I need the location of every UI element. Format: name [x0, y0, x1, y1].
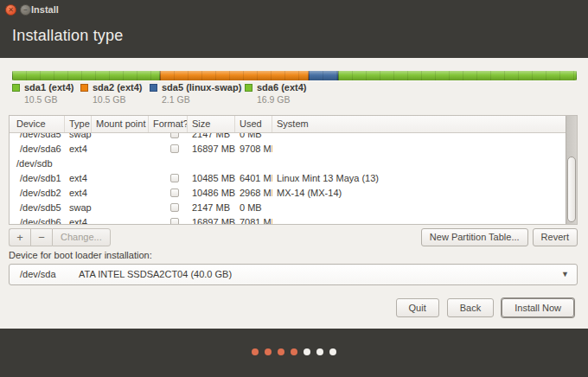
legend-swatch-icon	[80, 84, 88, 92]
legend-item-sda1: sda1 (ext4) 10.5 GB	[12, 82, 74, 105]
partition-segment-sda5[interactable]	[309, 71, 338, 80]
cell-type: ext4	[65, 142, 92, 157]
cell-device: /dev/sdb	[10, 157, 65, 171]
back-button[interactable]: Back	[447, 298, 494, 317]
table-row[interactable]: /dev/sda5 swap 2147 MB 0 MB	[10, 133, 566, 142]
progress-dot	[316, 348, 323, 355]
cell-device: /dev/sdb6	[10, 215, 65, 224]
cell-size: 10486 MB	[188, 186, 235, 201]
cell-mount	[92, 142, 149, 157]
progress-dot	[265, 348, 272, 355]
table-actions: New Partition Table... Revert	[421, 228, 578, 246]
close-icon[interactable]: ✕	[5, 4, 16, 16]
legend-item-sda6: sda6 (ext4) 16.9 GB	[245, 82, 306, 105]
partition-bar	[12, 71, 577, 80]
column-header-device[interactable]: Device	[10, 116, 65, 132]
cell-device: /dev/sdb2	[10, 186, 65, 201]
cell-mount	[92, 133, 149, 142]
cell-type: ext4	[65, 186, 92, 201]
format-checkbox[interactable]	[170, 144, 179, 153]
cell-system	[272, 142, 566, 157]
format-checkbox[interactable]	[170, 174, 179, 182]
table-body: /dev/sda5 swap 2147 MB 0 MB /dev/sda6 ex…	[10, 133, 566, 224]
install-now-button[interactable]: Install Now	[502, 298, 574, 317]
partition-segment-sda2[interactable]	[160, 71, 308, 80]
progress-dot	[329, 348, 336, 355]
progress-dot	[291, 348, 297, 355]
cell-type: ext4	[65, 171, 92, 186]
cell-used: 0 MB	[235, 133, 272, 142]
cell-mount	[92, 215, 149, 224]
cell-used: 6401 MB	[235, 171, 272, 186]
titlebar: ✕ − Install	[0, 0, 588, 21]
cell-device: /dev/sdb5	[10, 201, 65, 215]
cell-size: 10485 MB	[188, 171, 235, 186]
footer	[0, 329, 588, 377]
page-title: Installation type	[12, 27, 123, 45]
column-header-mount-point[interactable]: Mount point	[92, 116, 149, 132]
bootloader-label: Device for boot loader installation:	[9, 250, 152, 260]
column-header-size[interactable]: Size	[188, 116, 235, 132]
partition-edit-buttons: + − Change...	[9, 228, 111, 246]
cell-used: 7081 MB	[235, 215, 272, 224]
column-header-used[interactable]: Used	[235, 116, 272, 132]
partition-table: Device Type Mount point Format? Size Use…	[9, 115, 578, 225]
format-checkbox[interactable]	[170, 203, 179, 212]
cell-size: 2147 MB	[188, 201, 235, 215]
cell-mount	[92, 186, 149, 201]
cell-device: /dev/sda5	[10, 133, 65, 142]
legend-item-sda2: sda2 (ext4) 10.5 GB	[80, 82, 142, 105]
legend-swatch-icon	[245, 84, 252, 92]
chevron-down-icon: ▼	[561, 270, 569, 278]
table-row[interactable]: /dev/sdb6 ext4 16897 MB 7081 MB	[10, 215, 566, 224]
table-row[interactable]: /dev/sdb	[10, 157, 566, 171]
progress-dot	[252, 348, 259, 355]
column-header-system[interactable]: System	[272, 116, 577, 132]
cell-system	[272, 133, 566, 142]
legend-label: sda2 (ext4)	[93, 82, 142, 93]
table-row[interactable]: /dev/sda6 ext4 16897 MB 9708 MB	[10, 142, 566, 157]
table-header: Device Type Mount point Format? Size Use…	[10, 116, 577, 133]
partition-segment-sda1[interactable]	[12, 71, 160, 80]
cell-size: 16897 MB	[188, 215, 235, 224]
format-checkbox[interactable]	[170, 188, 179, 197]
cell-system: Linux Mint 13 Maya (13)	[272, 171, 566, 186]
cell-used: 9708 MB	[235, 142, 272, 157]
column-header-type[interactable]: Type	[65, 116, 92, 132]
table-row[interactable]: /dev/sdb5 swap 2147 MB 0 MB	[10, 201, 566, 215]
minimize-icon[interactable]: −	[20, 4, 31, 16]
remove-partition-button[interactable]: −	[30, 228, 52, 246]
legend-size: 16.9 GB	[257, 94, 306, 105]
cell-type: ext4	[65, 215, 92, 224]
cell-device: /dev/sdb1	[10, 171, 65, 186]
cell-mount	[92, 201, 149, 215]
new-partition-table-button[interactable]: New Partition Table...	[421, 228, 528, 246]
table-row[interactable]: /dev/sdb1 ext4 10485 MB 6401 MB Linux Mi…	[10, 171, 566, 186]
cell-device: /dev/sda6	[10, 142, 65, 157]
legend-swatch-icon	[150, 84, 157, 92]
cell-type: swap	[65, 201, 92, 215]
cell-system	[272, 201, 566, 215]
change-partition-button[interactable]: Change...	[52, 228, 111, 246]
table-row[interactable]: /dev/sdb2 ext4 10486 MB 2968 MB MX-14 (M…	[10, 186, 566, 201]
column-header-format[interactable]: Format?	[149, 116, 188, 132]
scrollbar-thumb[interactable]	[567, 157, 576, 222]
add-partition-button[interactable]: +	[9, 228, 30, 246]
format-checkbox[interactable]	[170, 133, 179, 138]
revert-button[interactable]: Revert	[533, 228, 578, 246]
partition-segment-sda6[interactable]	[338, 71, 577, 80]
table-scrollbar[interactable]	[566, 116, 577, 224]
legend-size: 10.5 GB	[93, 94, 142, 105]
cell-size: 16897 MB	[188, 142, 235, 157]
window-title: Install	[31, 4, 59, 15]
format-checkbox[interactable]	[170, 218, 179, 224]
quit-button[interactable]: Quit	[396, 298, 439, 317]
cell-type: swap	[65, 133, 92, 142]
install-window: ✕ − Install Installation type sda1 (ext4…	[0, 0, 588, 377]
bootloader-device-select[interactable]: /dev/sda ATA INTEL SSDSA2CT04 (40.0 GB) …	[9, 264, 578, 285]
cell-size: 2147 MB	[188, 133, 235, 142]
wizard-nav: Quit Back Install Now	[396, 298, 574, 317]
progress-dot	[304, 348, 310, 355]
content-area: sda1 (ext4) 10.5 GB sda2 (ext4) 10.5 GB …	[0, 58, 588, 329]
cell-used: 0 MB	[235, 201, 272, 215]
